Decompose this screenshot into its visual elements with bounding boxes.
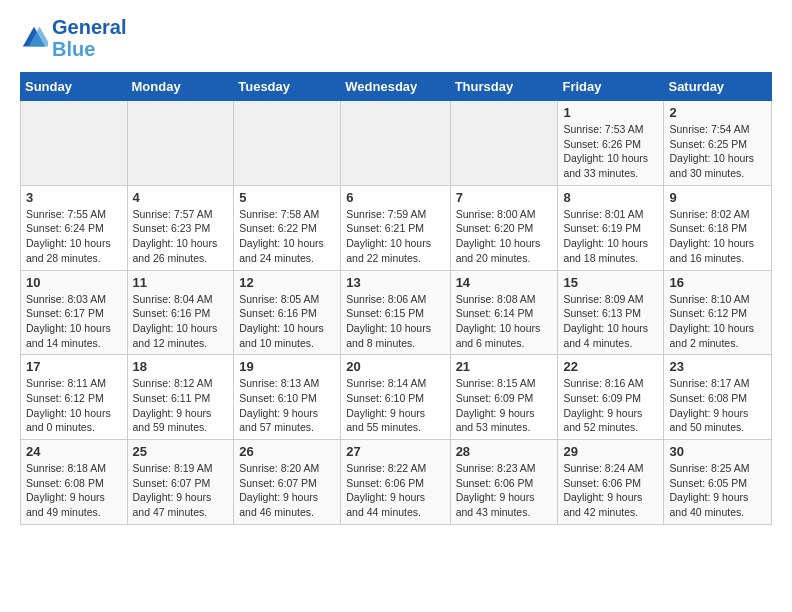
day-number: 21	[456, 359, 553, 374]
week-row-1: 1Sunrise: 7:53 AM Sunset: 6:26 PM Daylig…	[21, 101, 772, 186]
day-number: 27	[346, 444, 444, 459]
calendar-cell: 30Sunrise: 8:25 AM Sunset: 6:05 PM Dayli…	[664, 440, 772, 525]
header: General Blue	[20, 16, 772, 60]
calendar-cell: 2Sunrise: 7:54 AM Sunset: 6:25 PM Daylig…	[664, 101, 772, 186]
day-info: Sunrise: 7:59 AM Sunset: 6:21 PM Dayligh…	[346, 207, 444, 266]
day-number: 30	[669, 444, 766, 459]
day-info: Sunrise: 8:14 AM Sunset: 6:10 PM Dayligh…	[346, 376, 444, 435]
calendar-cell: 12Sunrise: 8:05 AM Sunset: 6:16 PM Dayli…	[234, 270, 341, 355]
calendar-cell	[450, 101, 558, 186]
calendar-cell: 23Sunrise: 8:17 AM Sunset: 6:08 PM Dayli…	[664, 355, 772, 440]
calendar-cell: 1Sunrise: 7:53 AM Sunset: 6:26 PM Daylig…	[558, 101, 664, 186]
calendar-cell: 26Sunrise: 8:20 AM Sunset: 6:07 PM Dayli…	[234, 440, 341, 525]
day-number: 4	[133, 190, 229, 205]
calendar-cell: 16Sunrise: 8:10 AM Sunset: 6:12 PM Dayli…	[664, 270, 772, 355]
day-info: Sunrise: 8:08 AM Sunset: 6:14 PM Dayligh…	[456, 292, 553, 351]
weekday-thursday: Thursday	[450, 73, 558, 101]
day-info: Sunrise: 8:02 AM Sunset: 6:18 PM Dayligh…	[669, 207, 766, 266]
logo-text: General Blue	[52, 16, 126, 60]
calendar-cell: 6Sunrise: 7:59 AM Sunset: 6:21 PM Daylig…	[341, 185, 450, 270]
calendar-table: SundayMondayTuesdayWednesdayThursdayFrid…	[20, 72, 772, 525]
calendar-cell: 3Sunrise: 7:55 AM Sunset: 6:24 PM Daylig…	[21, 185, 128, 270]
calendar-cell: 25Sunrise: 8:19 AM Sunset: 6:07 PM Dayli…	[127, 440, 234, 525]
day-number: 9	[669, 190, 766, 205]
calendar-cell: 7Sunrise: 8:00 AM Sunset: 6:20 PM Daylig…	[450, 185, 558, 270]
calendar-cell: 9Sunrise: 8:02 AM Sunset: 6:18 PM Daylig…	[664, 185, 772, 270]
week-row-4: 17Sunrise: 8:11 AM Sunset: 6:12 PM Dayli…	[21, 355, 772, 440]
day-number: 26	[239, 444, 335, 459]
day-info: Sunrise: 8:05 AM Sunset: 6:16 PM Dayligh…	[239, 292, 335, 351]
day-number: 16	[669, 275, 766, 290]
calendar-cell: 27Sunrise: 8:22 AM Sunset: 6:06 PM Dayli…	[341, 440, 450, 525]
day-number: 25	[133, 444, 229, 459]
weekday-friday: Friday	[558, 73, 664, 101]
calendar-cell: 10Sunrise: 8:03 AM Sunset: 6:17 PM Dayli…	[21, 270, 128, 355]
day-number: 10	[26, 275, 122, 290]
calendar-cell: 5Sunrise: 7:58 AM Sunset: 6:22 PM Daylig…	[234, 185, 341, 270]
day-info: Sunrise: 8:22 AM Sunset: 6:06 PM Dayligh…	[346, 461, 444, 520]
calendar-cell: 28Sunrise: 8:23 AM Sunset: 6:06 PM Dayli…	[450, 440, 558, 525]
day-number: 24	[26, 444, 122, 459]
day-info: Sunrise: 8:01 AM Sunset: 6:19 PM Dayligh…	[563, 207, 658, 266]
day-info: Sunrise: 8:00 AM Sunset: 6:20 PM Dayligh…	[456, 207, 553, 266]
day-number: 7	[456, 190, 553, 205]
weekday-wednesday: Wednesday	[341, 73, 450, 101]
logo: General Blue	[20, 16, 126, 60]
day-number: 20	[346, 359, 444, 374]
weekday-tuesday: Tuesday	[234, 73, 341, 101]
day-number: 29	[563, 444, 658, 459]
day-number: 6	[346, 190, 444, 205]
calendar-cell: 19Sunrise: 8:13 AM Sunset: 6:10 PM Dayli…	[234, 355, 341, 440]
day-number: 19	[239, 359, 335, 374]
day-info: Sunrise: 8:19 AM Sunset: 6:07 PM Dayligh…	[133, 461, 229, 520]
calendar-cell: 17Sunrise: 8:11 AM Sunset: 6:12 PM Dayli…	[21, 355, 128, 440]
week-row-5: 24Sunrise: 8:18 AM Sunset: 6:08 PM Dayli…	[21, 440, 772, 525]
calendar-cell: 4Sunrise: 7:57 AM Sunset: 6:23 PM Daylig…	[127, 185, 234, 270]
day-number: 23	[669, 359, 766, 374]
day-info: Sunrise: 8:17 AM Sunset: 6:08 PM Dayligh…	[669, 376, 766, 435]
calendar-cell	[234, 101, 341, 186]
day-number: 22	[563, 359, 658, 374]
day-info: Sunrise: 8:09 AM Sunset: 6:13 PM Dayligh…	[563, 292, 658, 351]
day-info: Sunrise: 7:58 AM Sunset: 6:22 PM Dayligh…	[239, 207, 335, 266]
calendar-cell: 13Sunrise: 8:06 AM Sunset: 6:15 PM Dayli…	[341, 270, 450, 355]
day-info: Sunrise: 8:23 AM Sunset: 6:06 PM Dayligh…	[456, 461, 553, 520]
day-info: Sunrise: 8:11 AM Sunset: 6:12 PM Dayligh…	[26, 376, 122, 435]
day-info: Sunrise: 7:55 AM Sunset: 6:24 PM Dayligh…	[26, 207, 122, 266]
day-info: Sunrise: 8:20 AM Sunset: 6:07 PM Dayligh…	[239, 461, 335, 520]
day-info: Sunrise: 8:16 AM Sunset: 6:09 PM Dayligh…	[563, 376, 658, 435]
calendar-cell: 8Sunrise: 8:01 AM Sunset: 6:19 PM Daylig…	[558, 185, 664, 270]
day-number: 2	[669, 105, 766, 120]
day-info: Sunrise: 8:15 AM Sunset: 6:09 PM Dayligh…	[456, 376, 553, 435]
calendar-cell: 18Sunrise: 8:12 AM Sunset: 6:11 PM Dayli…	[127, 355, 234, 440]
calendar-cell: 20Sunrise: 8:14 AM Sunset: 6:10 PM Dayli…	[341, 355, 450, 440]
calendar-cell	[21, 101, 128, 186]
day-info: Sunrise: 8:13 AM Sunset: 6:10 PM Dayligh…	[239, 376, 335, 435]
day-info: Sunrise: 8:10 AM Sunset: 6:12 PM Dayligh…	[669, 292, 766, 351]
logo-icon	[20, 24, 48, 52]
calendar-cell: 21Sunrise: 8:15 AM Sunset: 6:09 PM Dayli…	[450, 355, 558, 440]
calendar-cell: 22Sunrise: 8:16 AM Sunset: 6:09 PM Dayli…	[558, 355, 664, 440]
calendar-cell: 24Sunrise: 8:18 AM Sunset: 6:08 PM Dayli…	[21, 440, 128, 525]
day-info: Sunrise: 8:04 AM Sunset: 6:16 PM Dayligh…	[133, 292, 229, 351]
day-number: 8	[563, 190, 658, 205]
day-number: 15	[563, 275, 658, 290]
weekday-saturday: Saturday	[664, 73, 772, 101]
day-number: 11	[133, 275, 229, 290]
day-info: Sunrise: 8:12 AM Sunset: 6:11 PM Dayligh…	[133, 376, 229, 435]
day-number: 3	[26, 190, 122, 205]
day-info: Sunrise: 8:25 AM Sunset: 6:05 PM Dayligh…	[669, 461, 766, 520]
day-info: Sunrise: 8:06 AM Sunset: 6:15 PM Dayligh…	[346, 292, 444, 351]
weekday-monday: Monday	[127, 73, 234, 101]
weekday-sunday: Sunday	[21, 73, 128, 101]
day-info: Sunrise: 8:18 AM Sunset: 6:08 PM Dayligh…	[26, 461, 122, 520]
day-number: 1	[563, 105, 658, 120]
day-number: 18	[133, 359, 229, 374]
calendar-cell	[127, 101, 234, 186]
day-number: 5	[239, 190, 335, 205]
page: General Blue SundayMondayTuesdayWednesda…	[0, 0, 792, 541]
day-number: 14	[456, 275, 553, 290]
day-info: Sunrise: 7:57 AM Sunset: 6:23 PM Dayligh…	[133, 207, 229, 266]
calendar-cell	[341, 101, 450, 186]
day-number: 17	[26, 359, 122, 374]
